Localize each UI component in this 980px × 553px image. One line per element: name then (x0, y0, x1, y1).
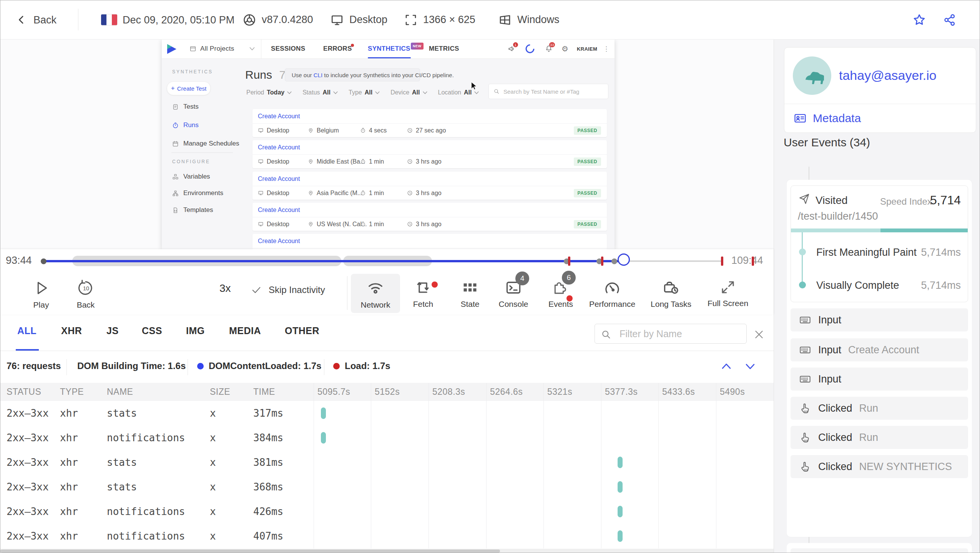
dom-content-loaded: DOMContentLoaded: 1.7s (209, 361, 321, 371)
run-status-badge: PASSED (574, 220, 601, 228)
tab-other[interactable]: OTHER (285, 325, 319, 336)
load-time: Load: 1.7s (345, 361, 390, 371)
close-panel-button[interactable] (753, 328, 765, 341)
state-button[interactable]: State (445, 279, 495, 309)
tab-xhr[interactable]: XHR (61, 325, 82, 336)
events-sidebar: tahay@asayer.io Metadata User Events (34… (774, 39, 980, 553)
timeline-error-marker[interactable] (721, 257, 723, 266)
fetch-alert-dot (432, 281, 438, 288)
app-sidebar: SYNTHETICS +Create Test Tests Runs Manag… (162, 58, 243, 249)
run-name-link: Create Account (258, 207, 300, 214)
events-button[interactable]: Events (536, 279, 586, 309)
hyena-icon (800, 66, 824, 85)
sidebar-item-variables-label: Variables (183, 173, 210, 180)
scrollbar-thumb[interactable] (0, 550, 500, 553)
dom-building-time: DOM Building Time: 1.6s (77, 361, 186, 371)
tab-css[interactable]: CSS (142, 325, 162, 336)
speed-button[interactable]: 3x (219, 282, 231, 295)
performance-button[interactable]: Performance (587, 279, 637, 309)
vc-dot (799, 281, 806, 288)
os-label: Windows (517, 14, 560, 26)
timeline-event-dot[interactable] (611, 258, 617, 264)
skip-inactivity-toggle[interactable]: Skip Inactivity (251, 285, 325, 295)
run-card-partial: Create Account (252, 234, 607, 249)
run-card: Create Account Desktop Belgium 4 secs 27… (252, 109, 607, 137)
metadata-button[interactable]: Metadata (784, 104, 976, 132)
playhead-handle[interactable] (618, 253, 630, 266)
fmp-value: 5,714ms (915, 247, 961, 258)
event-item-click[interactable]: ClickedRun (791, 426, 968, 449)
network-button[interactable]: Network (350, 279, 400, 310)
jump-previous-button[interactable] (720, 360, 733, 373)
tab-img[interactable]: IMG (186, 325, 205, 336)
events-alert-dot (566, 295, 573, 301)
console-badge: 4 (515, 272, 529, 285)
filter-period: PeriodToday (246, 89, 292, 96)
timeline-track-remaining[interactable] (625, 260, 722, 262)
request-timing-bar (618, 457, 623, 468)
run-duration: 1 min (360, 190, 384, 197)
load-dot (333, 363, 340, 369)
network-row[interactable]: 2xx–3xxxhrstatsx381ms (0, 450, 774, 475)
back-button[interactable]: Back (16, 14, 56, 26)
filter-status: StatusAll (302, 89, 338, 96)
session-replay-window: Back Dec 09, 2020, 05:10 PM v87.0.4280 D… (0, 0, 980, 553)
run-name-link: Create Account (258, 144, 300, 151)
fmp-label: First Meaningful Paint (816, 247, 917, 258)
metadata-label: Metadata (813, 112, 861, 125)
fetch-button[interactable]: Fetch (398, 279, 448, 309)
horizontal-scrollbar[interactable] (0, 549, 774, 553)
event-item-click[interactable]: ClickedNEW SYNTHETICS (791, 455, 968, 478)
sidebar-item-tests: Tests (172, 103, 199, 111)
network-row[interactable]: 2xx–3xxxhrstatsx368ms (0, 475, 774, 499)
session-date: Dec 09, 2020, 05:10 PM (123, 14, 234, 26)
long-tasks-button[interactable]: Long Tasks (646, 279, 696, 309)
network-row[interactable]: 2xx–3xxxhrstatsx317ms (0, 401, 774, 426)
run-ago: 3 hrs ago (407, 158, 442, 165)
tab-media[interactable]: MEDIA (229, 325, 261, 336)
navigate-icon (798, 193, 810, 205)
filter-by-name-input[interactable] (595, 324, 747, 344)
tab-js[interactable]: JS (106, 325, 119, 336)
events-badge: 6 (562, 271, 576, 285)
project-selector-label: All Projects (200, 45, 234, 53)
time-col-1: 5152s (375, 383, 400, 401)
visited-card[interactable]: Visited Speed Index 5,714 /test-builder/… (791, 185, 968, 302)
project-selector: All Projects (189, 39, 234, 58)
speed-index-value: 5,714 (930, 193, 961, 207)
run-device: Desktop (258, 221, 289, 228)
col-size: SIZE (210, 383, 230, 401)
timeline-error-marker[interactable] (601, 257, 603, 266)
favorite-button[interactable] (912, 13, 927, 27)
share-button[interactable] (943, 13, 957, 27)
replay-stage[interactable]: All Projects SESSIONS ERRORS SYNTHETICS … (0, 39, 774, 249)
event-item-input[interactable]: Input (791, 308, 968, 331)
time-col-5: 5377.3s (605, 383, 638, 401)
app-navbar: All Projects SESSIONS ERRORS SYNTHETICS … (162, 39, 615, 59)
back-10s-button[interactable]: 10 Back (61, 279, 111, 310)
loading-spinner-icon (525, 39, 535, 58)
tab-all[interactable]: ALL (17, 325, 37, 336)
event-item-input[interactable]: InputCreate Account (791, 338, 968, 361)
event-item-input[interactable]: Input (791, 368, 968, 391)
total-time: 109:44 (731, 255, 763, 267)
event-item-click[interactable]: ClickedRun (791, 397, 968, 420)
kebab-menu-icon: ⋮ (603, 39, 610, 58)
jump-next-button[interactable] (744, 360, 757, 373)
timeline-error-marker[interactable] (568, 257, 570, 266)
event-connector (809, 167, 809, 180)
timeline-error-marker[interactable] (752, 257, 754, 266)
topbar-divider (78, 9, 78, 30)
run-duration: 1 min (360, 158, 384, 165)
user-email-link[interactable]: tahay@asayer.io (839, 68, 937, 83)
run-card: Create Account Desktop US West (N. Cal..… (252, 203, 607, 231)
network-row[interactable]: 2xx–3xxxhrnotificationsx426ms (0, 499, 774, 524)
network-row[interactable]: 2xx–3xxxhrnotificationsx384ms (0, 426, 774, 450)
full-screen-button[interactable]: Full Screen (703, 279, 753, 308)
console-button[interactable]: Console (488, 279, 538, 309)
timeline-track-played[interactable] (43, 260, 625, 262)
network-row[interactable]: 2xx–3xxxhrnotificationsx407ms (0, 524, 774, 548)
play-button[interactable]: Play (16, 279, 66, 310)
performance-label: Performance (587, 300, 637, 309)
controls-divider (347, 276, 347, 310)
